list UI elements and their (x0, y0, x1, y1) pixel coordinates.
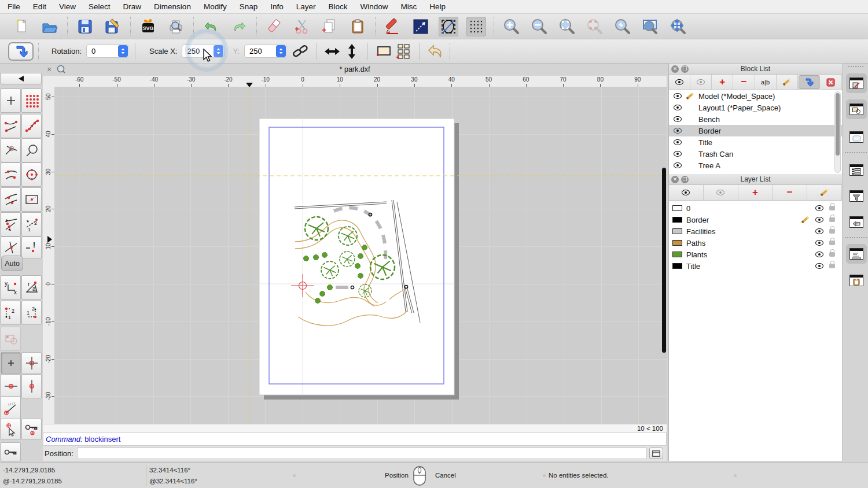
layer-row[interactable]: Title (669, 260, 842, 272)
redo-button[interactable] (229, 17, 249, 36)
block-rename-button[interactable]: a|b (755, 75, 777, 90)
lock-icon[interactable] (829, 252, 835, 257)
menu-file[interactable]: File (8, 2, 20, 11)
snap-endpoints-button[interactable] (1, 114, 21, 138)
zoom-out-button[interactable] (529, 17, 549, 36)
block-row[interactable]: Layout1 (*Paper_Space) (669, 102, 842, 113)
menu-block[interactable]: Block (329, 2, 348, 11)
snap-center-button[interactable] (21, 162, 42, 187)
flip-vertical-button[interactable] (342, 42, 362, 61)
coordinate-polar-button[interactable]: ra (21, 275, 42, 300)
svg-export-button[interactable]: SVG (138, 17, 158, 36)
block-add-button[interactable]: + (712, 75, 733, 90)
position-input[interactable] (77, 448, 647, 459)
restrict-horizontal-button[interactable] (1, 374, 21, 398)
command-options-button[interactable] (649, 448, 663, 459)
dock-drag-handle[interactable] (848, 66, 863, 72)
menu-dimension[interactable]: Dimension (154, 2, 191, 11)
block-show-all-button[interactable] (669, 75, 690, 90)
snap-off-button[interactable]: ! (21, 236, 42, 258)
lock-icon[interactable] (829, 217, 835, 222)
lock-relative-zero-button[interactable] (21, 419, 42, 440)
view-toolbox-dock-button[interactable] (846, 212, 867, 232)
layer-hide-all-button[interactable] (704, 185, 738, 200)
eye-icon[interactable] (674, 105, 682, 110)
restrict-ortho-button[interactable] (1, 327, 21, 351)
snap-reference-button[interactable] (21, 187, 42, 212)
snap-back-button[interactable] (1, 73, 42, 84)
new-file-button[interactable] (12, 17, 32, 36)
block-row[interactable]: Tree A (669, 160, 842, 171)
zoom-auto-button[interactable] (557, 17, 577, 36)
layer-show-all-button[interactable] (669, 185, 704, 200)
menu-misc[interactable]: Misc (401, 2, 417, 11)
back-button[interactable] (425, 42, 445, 61)
block-list-dock-button[interactable] (846, 99, 867, 119)
block-list-close-icon[interactable]: ✕ (671, 65, 679, 73)
copy-button[interactable] (320, 17, 340, 36)
snap-intersection-manual-button[interactable] (1, 212, 21, 236)
menu-snap[interactable]: Snap (240, 2, 258, 11)
block-row[interactable]: Trash Can (669, 148, 842, 160)
eye-icon[interactable] (674, 93, 682, 99)
layer-row[interactable]: Paths (669, 237, 842, 249)
menu-edit[interactable]: Edit (33, 2, 46, 11)
eye-icon[interactable] (674, 139, 682, 145)
rotation-input[interactable] (87, 47, 118, 56)
layer-add-button[interactable]: + (738, 185, 773, 200)
layer-list-close-icon[interactable]: ✕ (671, 176, 679, 183)
snap-free-button[interactable] (1, 88, 21, 113)
array-insert-button[interactable] (393, 42, 413, 61)
block-insert-button[interactable] (799, 75, 820, 89)
snap-on-entity-button[interactable] (21, 114, 42, 138)
block-list-float-icon[interactable]: ❐ (681, 65, 689, 73)
menu-info[interactable]: Info (270, 2, 284, 11)
snap-perpendicular-button[interactable] (21, 138, 42, 162)
menu-layer[interactable]: Layer (296, 2, 316, 11)
eye-icon[interactable] (674, 151, 682, 157)
eye-icon[interactable] (674, 162, 682, 168)
unlock-relative-zero-button[interactable] (1, 442, 21, 461)
block-insert-tool-button[interactable] (8, 42, 34, 61)
layer-list-float-icon[interactable]: ❐ (681, 176, 689, 183)
menu-draw[interactable]: Draw (123, 2, 142, 11)
lock-icon[interactable] (829, 241, 835, 245)
block-row[interactable]: Model (*Model_Space) (669, 90, 842, 102)
block-list-scrollbar[interactable] (834, 91, 841, 173)
block-row[interactable]: Title (669, 136, 842, 148)
menu-help[interactable]: Help (429, 2, 446, 11)
block-row[interactable]: Bench (669, 113, 842, 125)
layer-row[interactable]: Border (669, 214, 842, 225)
eye-icon[interactable] (674, 128, 682, 134)
snap-distance-button[interactable]: 12 (21, 212, 42, 236)
eye-icon[interactable] (815, 240, 823, 246)
relative-cartesian-button[interactable]: 12 (1, 301, 21, 325)
paste-button[interactable] (348, 17, 367, 36)
block-edit-button[interactable] (777, 75, 798, 90)
restrict-orthogonal-button[interactable] (21, 352, 42, 374)
layer-list-dock-button[interactable] (846, 160, 867, 180)
zoom-in-button[interactable] (502, 17, 521, 36)
snap-intersection-button[interactable] (1, 138, 21, 162)
keep-proportions-button[interactable] (290, 42, 310, 61)
eye-icon[interactable] (674, 116, 682, 122)
relative-polar-button[interactable]: 12 (21, 301, 42, 325)
drawing-canvas[interactable] (54, 87, 667, 424)
save-button[interactable] (75, 17, 95, 36)
flip-horizontal-button[interactable] (322, 42, 342, 61)
lock-icon[interactable] (829, 206, 835, 210)
open-file-button[interactable] (40, 17, 60, 36)
lock-icon[interactable] (829, 264, 835, 268)
block-delete-button[interactable] (821, 75, 842, 90)
canvas-scrollbar[interactable] (662, 168, 666, 353)
menu-view[interactable]: View (59, 2, 76, 11)
delete-eraser-button[interactable] (264, 17, 284, 36)
scale-y-stepper[interactable] (276, 45, 286, 57)
menu-modify[interactable]: Modify (204, 2, 227, 11)
line-tool-button[interactable] (411, 17, 431, 36)
block-remove-button[interactable]: − (733, 75, 755, 90)
zoom-previous-button[interactable] (613, 17, 632, 36)
clipboard-dock-button[interactable] (846, 271, 867, 290)
restrict-vertical-button[interactable] (21, 374, 42, 398)
single-insert-button[interactable] (374, 42, 393, 61)
